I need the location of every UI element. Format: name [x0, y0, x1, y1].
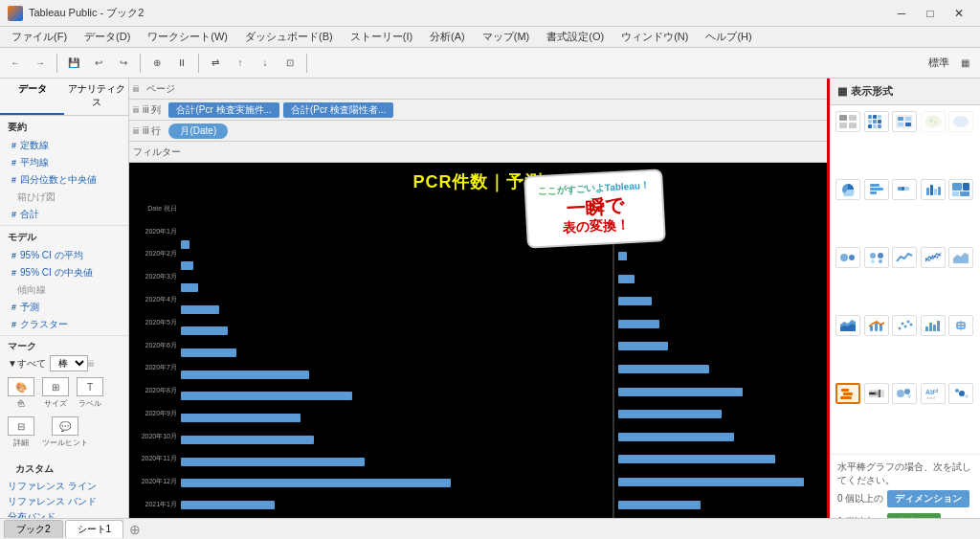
- icon-area-fill[interactable]: [835, 315, 860, 336]
- close-button[interactable]: ✕: [946, 3, 972, 24]
- color-icon[interactable]: 🎨: [8, 377, 34, 396]
- model-trend-sub[interactable]: 傾向線: [0, 281, 128, 299]
- icon-text-table[interactable]: [835, 111, 860, 132]
- new-sheet-button[interactable]: ⊕: [129, 522, 141, 537]
- bar-fill-1: [181, 261, 193, 270]
- label-button[interactable]: T ラベル: [77, 377, 103, 409]
- menu-item-h[interactable]: ヘルプ(H): [698, 28, 759, 46]
- icon-extra[interactable]: [948, 383, 973, 404]
- menu-item-o[interactable]: 書式設定(O): [539, 28, 612, 46]
- size-button[interactable]: ⊞ サイズ: [42, 377, 69, 409]
- icon-symbol-map[interactable]: [921, 111, 946, 132]
- banner: ここがすごいよTableau！ 一瞬で 表の変換！: [523, 168, 666, 248]
- detail-icon[interactable]: ⊟: [8, 416, 34, 436]
- icon-area[interactable]: [948, 247, 973, 268]
- measure-average-line[interactable]: 平均線: [0, 154, 128, 171]
- icon-line[interactable]: [892, 247, 917, 268]
- model-ci-median[interactable]: 95% CI の中央値: [0, 264, 128, 281]
- col-pill-1[interactable]: 合計(Pcr 検査実施件...: [168, 102, 278, 118]
- icon-pie[interactable]: [835, 179, 860, 200]
- color-button[interactable]: 🎨 色: [8, 377, 34, 409]
- measure-quartile[interactable]: 四分位数と中央値: [0, 171, 128, 189]
- icon-treemap[interactable]: [948, 179, 973, 200]
- icon-histogram[interactable]: [921, 315, 946, 336]
- icon-side-by-side-bar[interactable]: [921, 179, 946, 200]
- icon-side-by-side-circle[interactable]: [864, 247, 889, 268]
- svg-rect-35: [952, 191, 959, 196]
- sort-desc-button[interactable]: ↓: [254, 52, 277, 75]
- tooltip-button[interactable]: 💬 ツールヒント: [42, 416, 88, 448]
- rbar-1: [618, 252, 627, 260]
- redo-button[interactable]: ↪: [112, 52, 135, 75]
- summary-header[interactable]: 要約: [0, 118, 128, 137]
- rbar-row-7: [618, 387, 825, 397]
- icon-heat-map[interactable]: [864, 111, 889, 132]
- label-icon[interactable]: T: [77, 377, 103, 396]
- icon-scatter[interactable]: [892, 315, 917, 336]
- back-button[interactable]: ←: [4, 52, 27, 75]
- fit-button[interactable]: ⊡: [278, 52, 301, 75]
- icon-stacked-bar[interactable]: [892, 179, 917, 200]
- menu-item-n[interactable]: ウィンドウ(N): [613, 28, 696, 46]
- tab-data[interactable]: データ: [0, 79, 64, 115]
- icon-dual-line[interactable]: [921, 247, 946, 268]
- svg-point-49: [899, 327, 902, 330]
- bar-row-7: [181, 391, 609, 401]
- custom-header[interactable]: カスタム: [8, 460, 121, 479]
- row-pill-date[interactable]: 月(Date): [168, 124, 228, 139]
- model-forecast[interactable]: 予測: [0, 299, 128, 316]
- menu-item-m[interactable]: マップ(M): [475, 28, 538, 46]
- menu-item-d[interactable]: データ(D): [77, 28, 138, 46]
- model-header[interactable]: モデル: [0, 228, 128, 247]
- svg-rect-63: [840, 396, 852, 399]
- menu-item-a[interactable]: 分析(A): [422, 28, 473, 46]
- tooltip-icon[interactable]: 💬: [52, 416, 78, 436]
- bar-row-6: [181, 370, 609, 380]
- measure-constant-line[interactable]: 定数線: [0, 137, 128, 154]
- minimize-button[interactable]: ─: [888, 3, 915, 24]
- col-pill-2[interactable]: 合計(Pcr 検査陽性者...: [283, 102, 393, 118]
- marks-expand[interactable]: ▼ すべて 棒 iii: [8, 353, 121, 373]
- svg-point-41: [871, 259, 875, 263]
- menu-item-b[interactable]: ダッシュボード(B): [237, 28, 341, 46]
- icon-circle-view[interactable]: [835, 247, 860, 268]
- icon-dual-combination[interactable]: [864, 315, 889, 336]
- swap-button[interactable]: ⇄: [204, 52, 227, 75]
- date-col-header: Date 祝日: [135, 204, 177, 213]
- show-me-toggle[interactable]: ▦: [953, 52, 976, 75]
- menu-item-w[interactable]: ワークシート(W): [140, 28, 235, 46]
- forward-button[interactable]: →: [29, 52, 52, 75]
- icon-word-cloud[interactable]: Abcdword: [921, 383, 946, 404]
- icon-box-whisker[interactable]: [948, 315, 973, 336]
- model-cluster[interactable]: クラスター: [0, 316, 128, 333]
- chart-panes: Date 祝日 2020年1月 2020年2月 2020年3月 2020年4月 …: [129, 197, 827, 539]
- maximize-button[interactable]: □: [917, 3, 944, 24]
- menu-item-f[interactable]: ファイル(F): [4, 28, 75, 46]
- model-ci-mean[interactable]: 95% CI の平均: [0, 247, 128, 264]
- custom-ref-band[interactable]: リファレンス バンド: [8, 494, 121, 509]
- detail-button[interactable]: ⊟ 詳細: [8, 416, 34, 448]
- measure-boxplot-sub[interactable]: 箱ひげ図: [0, 189, 128, 206]
- icon-filled-map[interactable]: [948, 111, 973, 132]
- right-chart-inner: [618, 197, 825, 516]
- sort-asc-button[interactable]: ↑: [229, 52, 252, 75]
- undo-button[interactable]: ↩: [87, 52, 110, 75]
- icon-horizontal-bar[interactable]: [864, 179, 889, 200]
- bottom-tab-1[interactable]: シート1: [65, 520, 124, 538]
- pause-button[interactable]: ⏸: [170, 52, 193, 75]
- marks-type-select[interactable]: 棒: [50, 355, 88, 371]
- measure-total[interactable]: 合計: [0, 206, 128, 223]
- menu-item-i[interactable]: ストーリー(I): [343, 28, 420, 46]
- icon-gantt[interactable]: [835, 383, 860, 404]
- save-button[interactable]: 💾: [62, 52, 85, 75]
- tab-analytics[interactable]: アナリティクス: [64, 79, 128, 115]
- size-icon[interactable]: ⊞: [42, 377, 69, 396]
- custom-ref-line[interactable]: リファレンス ライン: [8, 479, 121, 494]
- new-datasource-button[interactable]: ⊕: [145, 52, 168, 75]
- icon-highlight-table[interactable]: [892, 111, 917, 132]
- svg-rect-5: [873, 115, 877, 119]
- icon-bullet[interactable]: [864, 383, 889, 404]
- filters-label: フィルター: [133, 146, 181, 159]
- bottom-tab-0[interactable]: ブック2: [4, 520, 63, 538]
- icon-packed-bubbles[interactable]: [892, 383, 917, 404]
